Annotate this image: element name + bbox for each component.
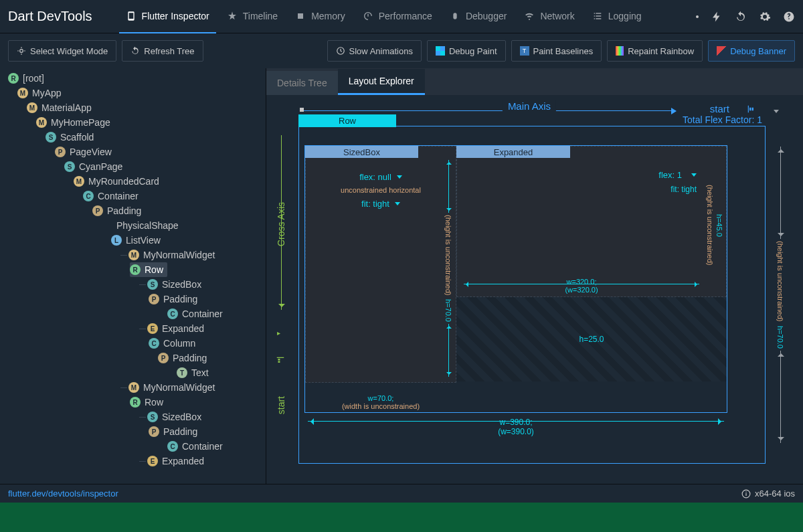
- tab-network[interactable]: Network: [517, 0, 581, 33]
- slow-animations-button[interactable]: Slow Animations: [327, 40, 422, 62]
- sizedbox-child[interactable]: SizedBox flex: null unconstrained horizo…: [305, 146, 456, 383]
- main-axis-align-dropdown[interactable]: [771, 104, 779, 115]
- tree-node[interactable]: PPageView: [0, 145, 266, 159]
- cross-axis: Cross Axis ▸ start: [274, 135, 288, 444]
- tab-performance[interactable]: Performance: [356, 0, 439, 33]
- widget-badge: E: [147, 456, 158, 466]
- button-label: Slow Animations: [349, 46, 413, 56]
- tree-node[interactable]: MMyNormalWidget: [0, 248, 266, 262]
- expanded-width-dim: w=320.0; (w=320.0): [457, 278, 706, 294]
- paint-baselines-button[interactable]: T Paint Baselines: [511, 40, 602, 62]
- tree-node[interactable]: MMyNormalWidget: [0, 380, 266, 395]
- tree-node[interactable]: PPadding: [0, 292, 266, 306]
- tree-node[interactable]: PPadding: [0, 351, 266, 365]
- widget-badge: P: [55, 147, 66, 157]
- main-panel: Details Tree Layout Explorer Main Axis s…: [266, 68, 803, 484]
- topbar: Dart DevTools Flutter Inspector Timeline…: [0, 0, 803, 33]
- tree-node[interactable]: RRow: [0, 262, 266, 277]
- tree-node[interactable]: SScaffold: [0, 130, 266, 145]
- tab-debugger[interactable]: Debugger: [443, 0, 514, 33]
- expanded-flex-dropdown[interactable]: flex: 1: [658, 170, 697, 180]
- widget-name: MyRoundedCard: [88, 176, 159, 187]
- expanded-child[interactable]: Expanded flex: 1 fit: tight (height is u…: [456, 146, 727, 297]
- widget-name: Padding: [163, 294, 197, 304]
- tree-node[interactable]: SSizedBox: [0, 277, 266, 292]
- widget-tree[interactable]: R[root]MMyAppMMaterialAppMMyHomePageSSca…: [0, 68, 266, 484]
- repaint-rainbow-button[interactable]: Repaint Rainbow: [607, 40, 703, 62]
- tree-node[interactable]: EExpanded: [0, 321, 266, 336]
- widget-badge: M: [74, 176, 84, 187]
- widget-name: Container: [98, 191, 139, 201]
- cross-axis-label: Cross Axis: [276, 202, 286, 246]
- tree-node[interactable]: LListView: [0, 233, 266, 248]
- widget-name: CyanPage: [79, 161, 122, 172]
- row-tab: Row: [298, 114, 396, 127]
- cross-axis-play-icon: ▸: [277, 329, 280, 337]
- overflow-dot[interactable]: [696, 15, 699, 18]
- tab-timeline[interactable]: Timeline: [220, 0, 284, 33]
- widget-name: PageView: [70, 147, 112, 157]
- footer: flutter.dev/devtools/inspector x64-64 io…: [0, 484, 803, 503]
- info-icon: [741, 489, 751, 499]
- debug-paint-button[interactable]: Debug Paint: [427, 40, 506, 62]
- widget-badge: S: [147, 279, 158, 290]
- cross-axis-alignment-value[interactable]: start: [276, 396, 286, 414]
- target-device: x64-64 ios: [755, 489, 795, 499]
- outer-width-dim: w=390.0; (w=390.0): [305, 418, 727, 436]
- sizedbox-flex-dropdown[interactable]: flex: null: [359, 172, 402, 182]
- tree-node[interactable]: MMaterialApp: [0, 100, 266, 115]
- bolt-icon[interactable]: [711, 11, 723, 23]
- tree-node[interactable]: SSizedBox: [0, 410, 266, 424]
- widget-name: Column: [163, 338, 195, 349]
- widget-badge: C: [83, 191, 94, 201]
- widget-name: MyNormalWidget: [143, 382, 215, 393]
- restart-icon[interactable]: [735, 11, 747, 23]
- help-icon[interactable]: [783, 11, 795, 23]
- tree-node[interactable]: EExpanded: [0, 454, 266, 468]
- tree-node[interactable]: R[root]: [0, 71, 266, 86]
- target-icon: [17, 46, 26, 56]
- widget-badge: P: [158, 353, 169, 363]
- tree-node[interactable]: CContainer: [0, 439, 266, 454]
- tree-node[interactable]: PhysicalShape: [0, 218, 266, 233]
- widget-badge: P: [149, 294, 159, 304]
- widget-badge: P: [149, 426, 159, 437]
- tree-node[interactable]: MMyRoundedCard: [0, 174, 266, 189]
- widget-badge: C: [167, 441, 178, 452]
- sizedbox-fit-dropdown[interactable]: fit: tight: [361, 199, 400, 209]
- widget-badge: S: [147, 412, 158, 422]
- tree-node[interactable]: PPadding: [0, 424, 266, 439]
- subtab-layout-explorer[interactable]: Layout Explorer: [338, 69, 425, 95]
- widget-badge: C: [149, 338, 159, 349]
- timeline-icon: [227, 11, 238, 21]
- rainbow-icon: [616, 46, 624, 56]
- sizedbox-tab: SizedBox: [305, 146, 418, 158]
- list-icon: [592, 11, 603, 21]
- refresh-icon: [130, 46, 140, 56]
- tab-label: Logging: [608, 11, 642, 21]
- subtab-details-tree[interactable]: Details Tree: [266, 71, 338, 95]
- debug-banner-button[interactable]: Debug Banner: [708, 40, 795, 62]
- tab-memory[interactable]: Memory: [288, 0, 352, 33]
- tree-node[interactable]: SCyanPage: [0, 159, 266, 174]
- widget-name: Padding: [173, 353, 207, 363]
- main-axis-alignment-value[interactable]: start: [710, 103, 729, 114]
- tab-logging[interactable]: Logging: [586, 0, 648, 33]
- widget-name: MyNormalWidget: [143, 250, 215, 260]
- tree-node[interactable]: MMyApp: [0, 86, 266, 100]
- gear-icon[interactable]: [759, 11, 771, 23]
- widget-name: MyApp: [32, 88, 62, 98]
- tab-flutter-inspector[interactable]: Flutter Inspector: [119, 0, 216, 33]
- tree-node[interactable]: MMyHomePage: [0, 115, 266, 130]
- docs-link[interactable]: flutter.dev/devtools/inspector: [8, 489, 118, 499]
- widget-badge: R: [130, 397, 141, 408]
- tree-node[interactable]: CColumn: [0, 336, 266, 351]
- tree-node[interactable]: CContainer: [0, 306, 266, 321]
- select-widget-button[interactable]: Select Widget Mode: [8, 40, 116, 62]
- tree-node[interactable]: CContainer: [0, 189, 266, 203]
- tree-node[interactable]: RRow: [0, 395, 266, 410]
- tree-node[interactable]: TText: [0, 365, 266, 380]
- refresh-tree-button[interactable]: Refresh Tree: [122, 40, 203, 62]
- cross-axis-align-icon[interactable]: [276, 356, 285, 367]
- tree-node[interactable]: PPadding: [0, 203, 266, 218]
